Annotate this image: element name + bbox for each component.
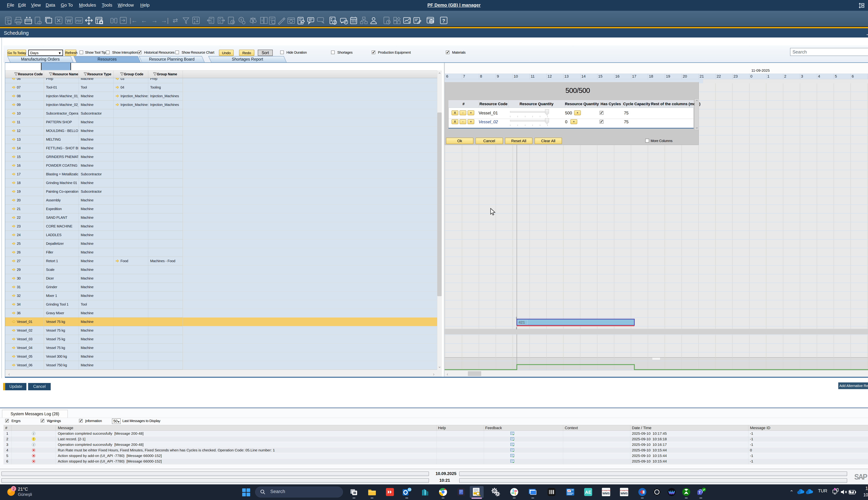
svg-text:←: ← [141,17,147,24]
svg-text:→|: →| [161,17,169,24]
svg-text:!: ! [33,438,34,441]
svg-text:$: $ [232,21,233,24]
svg-text:#CompuTec: #CompuTec [602,490,610,491]
svg-text:A: A [194,18,195,21]
svg-text:#CompuTec: #CompuTec [620,490,629,491]
svg-text:|←: |← [129,17,137,24]
svg-text:WMS: WMS [602,492,610,495]
svg-text:i: i [33,443,34,446]
svg-text:T: T [699,491,701,495]
svg-text:$: $ [261,19,263,22]
svg-text:→: → [151,17,158,24]
svg-text:WMS: WMS [620,492,628,495]
svg-text:?: ? [442,18,445,23]
svg-text:Z: Z [194,21,195,24]
svg-text:2: 2 [12,487,14,491]
svg-text:$: $ [408,21,410,23]
svg-text:⇄: ⇄ [173,17,178,24]
svg-text:421: 421 [518,320,525,325]
svg-text:PDF: PDF [76,19,82,23]
svg-text:i: i [33,432,34,435]
svg-text:$: $ [240,18,242,22]
svg-text:AE: AE [585,490,591,495]
